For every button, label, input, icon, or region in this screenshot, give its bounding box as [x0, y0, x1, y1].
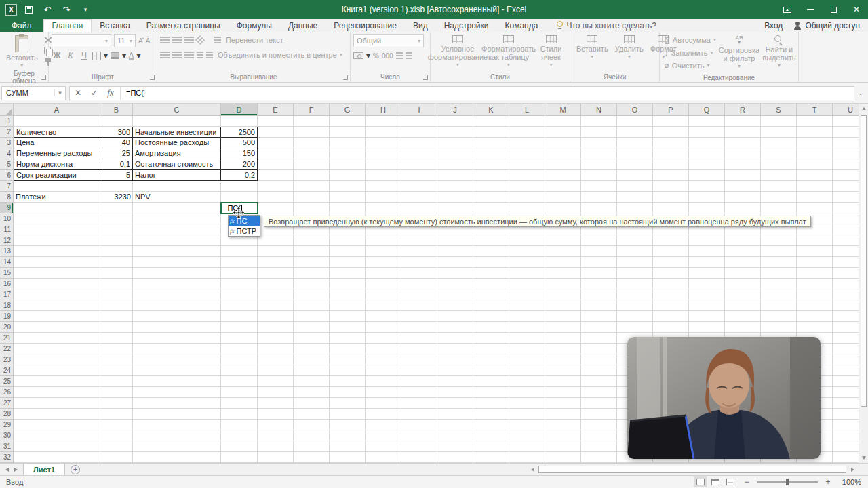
row-header-21[interactable]: 21 — [0, 333, 14, 344]
accounting-format-icon[interactable] — [353, 52, 363, 59]
row-header-8[interactable]: 8 — [0, 192, 14, 203]
cancel-entry-button[interactable]: ✕ — [70, 87, 86, 100]
cell-B2[interactable]: 300 — [100, 127, 133, 138]
horizontal-scrollbar-thumb[interactable] — [538, 466, 846, 473]
cell-D4[interactable]: 150 — [221, 148, 258, 159]
column-header-M[interactable]: M — [545, 104, 581, 115]
clipboard-dialog-launcher[interactable] — [41, 75, 46, 80]
row-header-12[interactable]: 12 — [0, 235, 14, 246]
copy-icon[interactable] — [44, 47, 52, 55]
undo-button[interactable]: ↶ — [40, 1, 55, 18]
number-dialog-launcher[interactable] — [423, 75, 428, 80]
tab-рецензирование[interactable]: Рецензирование — [326, 19, 405, 32]
cell-D6[interactable]: 0,2 — [221, 170, 258, 181]
tab-данные[interactable]: Данные — [280, 19, 326, 32]
align-bottom-icon[interactable] — [184, 37, 194, 43]
row-header-30[interactable]: 30 — [0, 430, 14, 441]
next-sheet-icon[interactable] — [14, 468, 18, 472]
align-top-icon[interactable] — [160, 37, 170, 43]
cell-C5[interactable]: Остаточная стоимость — [133, 159, 221, 170]
scroll-down-icon[interactable] — [859, 453, 868, 463]
column-header-O[interactable]: O — [617, 104, 653, 115]
row-header-27[interactable]: 27 — [0, 398, 14, 409]
row-header-3[interactable]: 3 — [0, 138, 14, 148]
row-header-13[interactable]: 13 — [0, 246, 14, 257]
increase-font-size-icon[interactable]: А̂ — [138, 37, 143, 45]
align-center-icon[interactable] — [172, 52, 182, 58]
tab-file[interactable]: Файл — [0, 19, 43, 32]
column-header-K[interactable]: K — [473, 104, 509, 115]
row-header-2[interactable]: 2 — [0, 127, 14, 138]
row-header-5[interactable]: 5 — [0, 159, 14, 170]
share-button[interactable]: Общий доступ — [793, 21, 860, 30]
column-header-S[interactable]: S — [761, 104, 797, 115]
column-header-N[interactable]: N — [581, 104, 617, 115]
column-header-U[interactable]: U — [833, 104, 859, 115]
row-header-26[interactable]: 26 — [0, 387, 14, 398]
find-select-button[interactable]: Найти и выделить ▾ — [760, 34, 798, 71]
horizontal-scrollbar-track[interactable] — [537, 465, 848, 474]
row-header-1[interactable]: 1 — [0, 116, 14, 127]
column-header-Q[interactable]: Q — [689, 104, 725, 115]
column-header-E[interactable]: E — [258, 104, 294, 115]
wrap-text-button[interactable]: Перенести текст — [224, 34, 285, 45]
align-right-icon[interactable] — [184, 52, 194, 58]
underline-button[interactable]: Ч — [79, 51, 90, 60]
cell-D2[interactable]: 2500 — [221, 127, 258, 138]
tell-me-box[interactable]: Что вы хотите сделать? — [550, 19, 663, 32]
insert-cells-button[interactable]: Вставить ▾ — [573, 34, 612, 62]
row-header-23[interactable]: 23 — [0, 354, 14, 365]
format-as-table-button[interactable]: Форматировать как таблицу ▾ — [482, 34, 535, 70]
cell-C2[interactable]: Начальные инвестиции — [133, 127, 221, 138]
zoom-out-button[interactable]: − — [743, 477, 751, 487]
maximize-button[interactable] — [822, 0, 845, 19]
number-format-select[interactable]: Общий▾ — [353, 34, 424, 47]
cell-A5[interactable]: Норма дисконта — [14, 159, 100, 170]
insert-function-button[interactable]: fx — [102, 87, 119, 100]
paste-button[interactable]: Вставить ▾ — [3, 34, 41, 71]
column-header-R[interactable]: R — [725, 104, 761, 115]
sheet-tab-list1[interactable]: Лист1 — [23, 464, 65, 475]
font-dialog-launcher[interactable] — [150, 75, 155, 80]
row-header-24[interactable]: 24 — [0, 365, 14, 376]
tab-главная[interactable]: Главная — [43, 19, 92, 32]
decrease-indent-icon[interactable] — [197, 52, 203, 58]
tab-надстройки[interactable]: Надстройки — [436, 19, 497, 32]
percent-style-button[interactable]: % — [373, 52, 379, 60]
row-header-14[interactable]: 14 — [0, 257, 14, 268]
formula-input[interactable]: =ПС( — [122, 89, 144, 97]
zoom-slider[interactable] — [757, 481, 818, 483]
row-header-31[interactable]: 31 — [0, 441, 14, 452]
borders-icon[interactable] — [92, 52, 101, 60]
name-box-dropdown-icon[interactable]: ▾ — [54, 89, 65, 96]
tab-разметка-страницы[interactable]: Разметка страницы — [138, 19, 229, 32]
confirm-entry-button[interactable]: ✓ — [86, 87, 102, 100]
sort-filter-button[interactable]: АЯ▼ Сортировка и фильтр ▾ — [718, 34, 760, 72]
cell-C6[interactable]: Налог — [133, 170, 221, 181]
delete-cells-button[interactable]: Удалить ▾ — [612, 34, 647, 62]
vertical-scrollbar-thumb[interactable] — [861, 115, 867, 407]
name-box[interactable]: СУММ ▾ — [1, 86, 66, 100]
format-painter-icon[interactable] — [44, 58, 52, 66]
cell-D3[interactable]: 500 — [221, 138, 258, 148]
comma-style-button[interactable]: 000 — [382, 52, 393, 60]
column-header-L[interactable]: L — [509, 104, 545, 115]
column-header-A[interactable]: A — [14, 104, 100, 115]
cell-D5[interactable]: 200 — [221, 159, 258, 170]
zoom-slider-thumb[interactable] — [786, 479, 789, 485]
save-button[interactable] — [21, 1, 36, 18]
decrease-decimal-icon[interactable] — [406, 52, 412, 59]
tab-команда[interactable]: Команда — [497, 19, 547, 32]
font-size-select[interactable]: 11▾ — [114, 34, 136, 47]
row-header-17[interactable]: 17 — [0, 289, 14, 300]
previous-sheet-icon[interactable] — [5, 468, 9, 472]
tab-вставка[interactable]: Вставка — [92, 19, 138, 32]
cell-B8[interactable]: 3230 — [100, 192, 133, 203]
font-name-select[interactable]: ▾ — [52, 34, 111, 47]
zoom-level[interactable]: 100% — [838, 478, 861, 486]
redo-button[interactable]: ↷ — [59, 1, 74, 18]
expand-formula-bar-icon[interactable]: ⌄ — [854, 89, 867, 96]
column-header-F[interactable]: F — [294, 104, 330, 115]
ribbon-display-options-button[interactable] — [776, 0, 799, 19]
font-color-icon[interactable]: А — [129, 52, 134, 60]
